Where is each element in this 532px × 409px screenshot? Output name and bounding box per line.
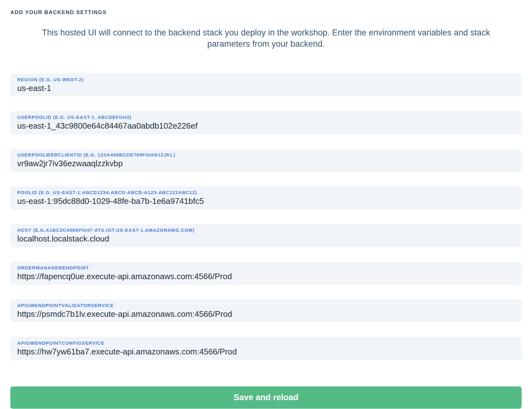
userpoolwebclientid-field-label: USERPOOLWEBCLIENTID (E.G. 123A456BCDE789… <box>17 152 515 158</box>
settings-form: REGION (E.G. US-WEST-2) USERPOOLID (E.G.… <box>0 73 532 360</box>
apigwendpointconfigservice-input[interactable] <box>17 346 515 356</box>
poolid-field[interactable]: POOLID (E.G. US-EAST-1:ABCD1234-ABCD-ABC… <box>10 186 522 210</box>
backend-settings-page: ADD YOUR BACKEND SETTINGS This hosted UI… <box>0 9 532 409</box>
userpoolwebclientid-field[interactable]: USERPOOLWEBCLIENTID (E.G. 123A456BCDE789… <box>10 149 522 172</box>
userpoolwebclientid-input[interactable] <box>17 158 515 168</box>
region-field[interactable]: REGION (E.G. US-WEST-2) <box>10 73 522 97</box>
ordermanagerendpoint-field-label: ORDERMANAGERENDPOINT <box>17 265 515 271</box>
apigwendpointvalidatorservice-input[interactable] <box>17 309 515 319</box>
userpoolid-field-label: USERPOOLID (E.G. US-EAST-1_ABCDEFGH2) <box>17 114 515 120</box>
apigwendpointvalidatorservice-field-label: APIGWENDPOINTVALIDATORSERVICE <box>17 302 515 309</box>
apigwendpointvalidatorservice-field[interactable]: APIGWENDPOINTVALIDATORSERVICE <box>10 299 522 322</box>
host-field[interactable]: HOST (E.G.A1BC2C45D6FGH7-ATS.IOT.US-EAST… <box>10 224 522 247</box>
page-description: This hosted UI will connect to the backe… <box>26 27 506 50</box>
poolid-field-label: POOLID (E.G. US-EAST-1:ABCD1234-ABCD-ABC… <box>17 189 515 196</box>
ordermanagerendpoint-field[interactable]: ORDERMANAGERENDPOINT <box>10 262 522 285</box>
page-title: ADD YOUR BACKEND SETTINGS <box>10 9 522 16</box>
save-and-reload-button[interactable]: Save and reload <box>10 386 522 409</box>
host-input[interactable] <box>17 233 515 243</box>
region-field-label: REGION (E.G. US-WEST-2) <box>17 77 515 83</box>
apigwendpointconfigservice-field-label: APIGWENDPOINTCONFIGSERVICE <box>17 340 515 346</box>
userpoolid-input[interactable] <box>17 120 515 130</box>
host-field-label: HOST (E.G.A1BC2C45D6FGH7-ATS.IOT.US-EAST… <box>17 227 515 233</box>
apigwendpointconfigservice-field[interactable]: APIGWENDPOINTCONFIGSERVICE <box>10 337 522 360</box>
ordermanagerendpoint-input[interactable] <box>17 271 515 281</box>
poolid-input[interactable] <box>17 196 515 206</box>
userpoolid-field[interactable]: USERPOOLID (E.G. US-EAST-1_ABCDEFGH2) <box>10 111 522 134</box>
region-input[interactable] <box>17 83 515 93</box>
